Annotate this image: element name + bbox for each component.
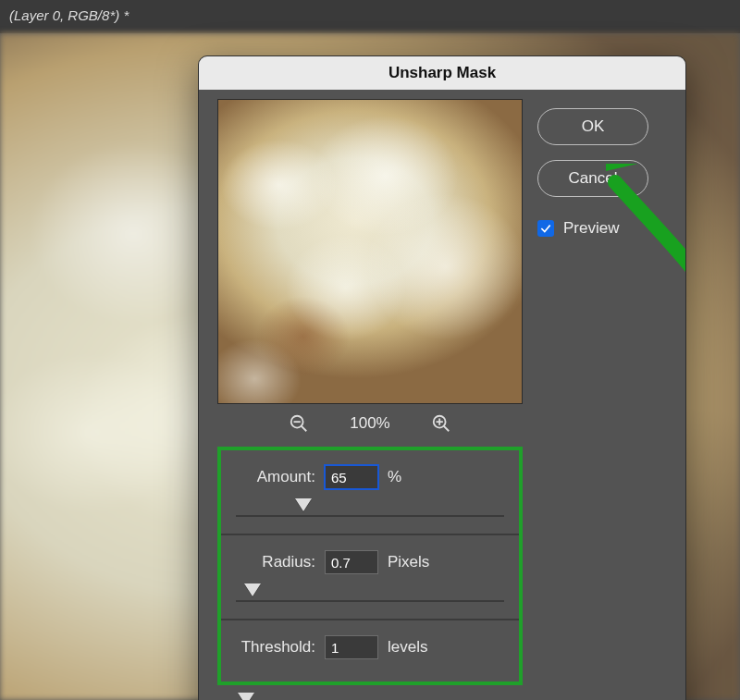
- document-tab-title[interactable]: (Layer 0, RGB/8*) *: [9, 7, 129, 23]
- document-tab-bar: (Layer 0, RGB/8*) *: [0, 0, 740, 33]
- radius-slider-handle[interactable]: [244, 583, 261, 596]
- radius-unit: Pixels: [388, 553, 443, 571]
- threshold-row: Threshold: levels: [236, 635, 504, 659]
- preview-checkbox[interactable]: [537, 220, 554, 237]
- svg-line-4: [443, 426, 449, 432]
- app-frame: (Layer 0, RGB/8*) * Unsharp Mask 100%: [0, 0, 740, 700]
- amount-unit: %: [388, 468, 443, 486]
- divider: [221, 619, 519, 620]
- zoom-out-icon[interactable]: [289, 413, 309, 434]
- amount-input[interactable]: [325, 465, 378, 489]
- filter-preview-thumbnail[interactable]: [217, 99, 523, 404]
- radius-slider[interactable]: [236, 580, 504, 604]
- radius-input[interactable]: [325, 550, 378, 574]
- unsharp-mask-dialog: Unsharp Mask 100%: [198, 55, 686, 700]
- amount-label: Amount:: [236, 468, 315, 486]
- ok-button[interactable]: OK: [537, 108, 648, 145]
- threshold-unit: levels: [388, 638, 443, 657]
- parameters-highlight-box: Amount: % Radius: Pixels: [217, 447, 523, 685]
- radius-label: Radius:: [236, 553, 315, 571]
- zoom-in-icon[interactable]: [431, 413, 451, 434]
- threshold-slider-handle[interactable]: [238, 693, 254, 700]
- svg-line-1: [302, 426, 307, 432]
- divider: [221, 534, 519, 535]
- dialog-title: Unsharp Mask: [199, 56, 685, 90]
- radius-row: Radius: Pixels: [236, 550, 504, 574]
- threshold-slider[interactable]: [232, 689, 508, 700]
- amount-slider-handle[interactable]: [295, 498, 312, 511]
- cancel-button[interactable]: Cancel: [537, 160, 648, 197]
- zoom-level: 100%: [350, 414, 389, 433]
- amount-row: Amount: %: [236, 465, 504, 489]
- amount-slider[interactable]: [236, 495, 504, 519]
- preview-toggle-label: Preview: [563, 219, 619, 238]
- threshold-input[interactable]: [325, 635, 378, 659]
- threshold-label: Threshold:: [236, 638, 315, 657]
- preview-toggle-row[interactable]: Preview: [537, 219, 619, 238]
